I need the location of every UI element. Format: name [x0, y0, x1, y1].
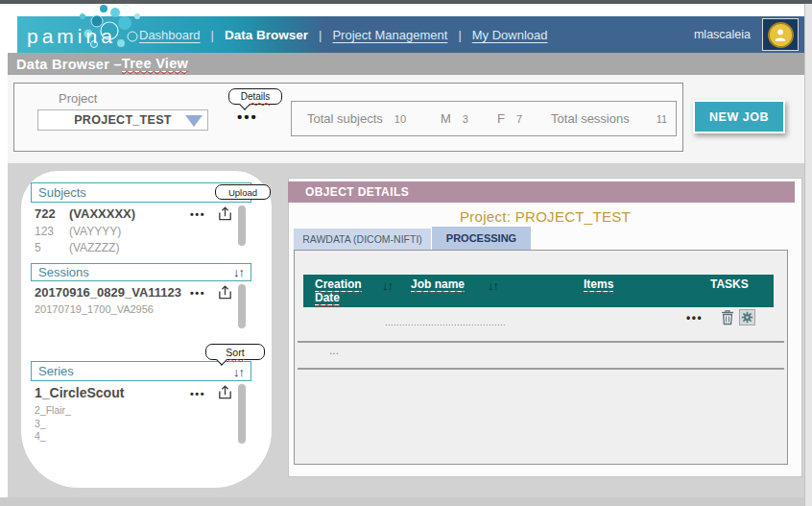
nav-dashboard[interactable]: Dashboard — [129, 28, 211, 42]
project-stats: Total subjects 10 M 3 F 7 Total sessions… — [291, 101, 677, 136]
sort-icon[interactable]: ↓↑ — [233, 365, 244, 379]
page-title-prefix: Data Browser – — [16, 57, 122, 72]
selected-project: PROJECT_TEST — [74, 113, 172, 127]
table-header-row: Creation Date ↓↑ Job name ↓↑ Items TASKS — [303, 275, 774, 307]
processing-table: Creation Date ↓↑ Job name ↓↑ Items TASKS… — [294, 250, 788, 465]
series-menu-dots-icon[interactable]: ••• — [190, 388, 205, 399]
sessions-title: Sessions — [38, 265, 89, 279]
chevron-down-icon — [185, 115, 203, 127]
sort-icon[interactable]: ↓↑ — [382, 278, 393, 293]
details-button[interactable]: Details — [228, 88, 282, 105]
sessions-scrollbar[interactable] — [238, 284, 246, 328]
app-window: pamina Dashboard | Data Browser | Projec… — [0, 0, 812, 506]
main-nav: Dashboard | Data Browser | Project Manag… — [129, 16, 559, 53]
row-divider — [298, 368, 784, 370]
column-items[interactable]: Items — [584, 277, 613, 291]
stat-value: 3 — [463, 113, 468, 125]
project-dropdown[interactable]: PROJECT_TEST — [37, 109, 208, 131]
series-item[interactable]: 1_CircleScout — [35, 385, 124, 400]
stat-label: M — [441, 111, 451, 126]
upload-box-icon[interactable] — [217, 205, 233, 222]
nav-my-download[interactable]: My Download — [462, 28, 559, 42]
tree-panel: Subjects Upload 722 (VAXXXXX) ••• 123 (V… — [21, 171, 272, 488]
sessions-header: Sessions ↓↑ — [31, 263, 251, 281]
column-creation-date[interactable]: Creation Date — [315, 277, 378, 304]
settings-gear-button[interactable] — [739, 309, 755, 325]
session-menu-dots-icon[interactable]: ••• — [190, 287, 205, 299]
object-details-panel: OBJECT DETAILS Project: PROJECT_TEST RAW… — [288, 178, 802, 477]
tab-processing[interactable]: PROCESSING — [432, 227, 531, 250]
page-title-view-mode: Tree View — [122, 56, 188, 71]
user-avatar-button[interactable] — [762, 18, 799, 51]
upload-box-icon[interactable] — [217, 384, 233, 400]
sort-icon[interactable]: ↓↑ — [488, 278, 498, 293]
more-rows-indicator: ... — [329, 344, 339, 357]
column-job-name[interactable]: Job name — [411, 277, 465, 291]
row-divider — [298, 341, 784, 343]
subject-item[interactable]: 123 (VAYYYY) — [35, 225, 121, 238]
job-menu-dots-icon[interactable]: ••• — [686, 311, 703, 325]
window-scrollbar-gutter[interactable] — [804, 4, 812, 506]
job-row-placeholder: ........................................… — [385, 318, 506, 327]
series-item[interactable]: 2_Flair_ — [35, 404, 71, 416]
project-label: Project — [59, 91, 97, 106]
avatar-icon — [768, 22, 794, 48]
gear-icon — [741, 311, 753, 324]
nav-data-browser[interactable]: Data Browser — [214, 28, 319, 42]
tab-rawdata[interactable]: RAWDATA (DICOM-NIFTI) — [294, 229, 431, 250]
stat-value: 10 — [394, 113, 406, 125]
upload-button[interactable]: Upload — [215, 184, 271, 200]
subjects-title: Subjects — [38, 185, 86, 200]
project-menu-dots-icon[interactable]: ••• — [237, 108, 258, 125]
subject-menu-dots-icon[interactable]: ••• — [190, 208, 205, 220]
object-details-project-title: Project: PROJECT_TEST — [289, 208, 801, 225]
window-bottom-edge — [0, 497, 804, 506]
stat-value: 11 — [657, 113, 667, 125]
stat-label: Total sessions — [551, 111, 630, 126]
top-navbar: pamina Dashboard | Data Browser | Projec… — [17, 16, 804, 53]
upload-box-icon[interactable] — [217, 284, 233, 301]
sort-icon[interactable]: ↓↑ — [233, 265, 244, 279]
session-item[interactable]: 20170719_1700_VA2956 — [35, 303, 154, 315]
subject-item[interactable]: 722 (VAXXXXX) — [35, 206, 135, 221]
user-area: mlascaleia — [694, 16, 799, 53]
series-title: Series — [38, 364, 74, 378]
stat-label: Total subjects — [307, 111, 383, 126]
series-item[interactable]: 3_ — [35, 418, 46, 429]
delete-icon[interactable] — [721, 309, 734, 325]
series-header: Series ↓↑ — [31, 361, 251, 381]
project-row: Project PROJECT_TEST Details ••• Total s… — [8, 75, 804, 163]
stat-label: F — [497, 111, 505, 126]
series-item[interactable]: 4_ — [35, 430, 46, 442]
page-title-bar: Data Browser – Tree View — [8, 53, 804, 75]
project-panel: Project PROJECT_TEST Details ••• Total s… — [13, 83, 683, 152]
subject-item[interactable]: 5 (VAZZZZ) — [35, 241, 119, 254]
session-item[interactable]: 20170916_0829_VA11123 — [35, 285, 181, 300]
main-area: Subjects Upload 722 (VAXXXXX) ••• 123 (V… — [8, 163, 804, 497]
column-tasks: TASKS — [710, 277, 749, 291]
username: mlascaleia — [694, 28, 751, 41]
pamina-logo: pamina — [27, 25, 116, 48]
new-job-button[interactable]: NEW JOB — [693, 100, 785, 133]
sort-button[interactable]: Sort — [205, 344, 265, 360]
object-details-header: OBJECT DETAILS — [288, 181, 795, 203]
stat-value: 7 — [516, 113, 522, 125]
series-scrollbar[interactable] — [238, 384, 246, 444]
nav-project-management[interactable]: Project Management — [322, 28, 458, 42]
subjects-scrollbar[interactable] — [238, 205, 246, 246]
